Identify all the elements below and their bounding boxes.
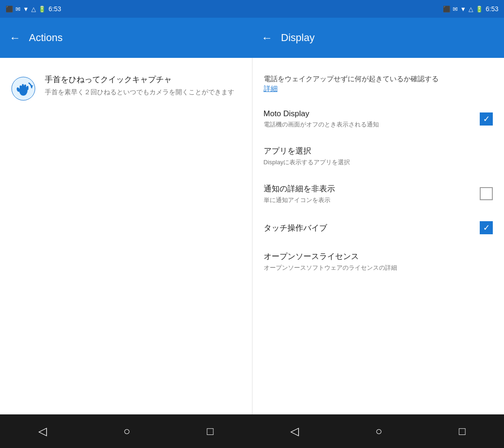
right-top-section: 電話をウェイクアップせずに何が起きているか確認する <box>252 58 504 84</box>
setting-item-select-apps[interactable]: アプリを選択 Displayに表示するアプリを選択 <box>252 137 504 175</box>
checkmark-moto-display: ✓ <box>483 115 490 123</box>
setting-desc-hide-details: 単に通知アイコンを表示 <box>264 196 472 204</box>
email-icon-r: ✉ <box>453 6 458 13</box>
checkbox-moto-display[interactable]: ✓ <box>480 112 493 126</box>
nav-recents-right[interactable]: □ <box>459 425 466 438</box>
setting-title-hide-details: 通知の詳細を非表示 <box>264 183 472 194</box>
back-button-left[interactable]: ← <box>9 31 21 44</box>
nav-bar-right: ◁ ○ □ <box>252 425 504 438</box>
setting-item-touch-vibration[interactable]: タッチ操作バイブ ✓ <box>252 213 504 243</box>
email-icon: ✉ <box>15 6 21 13</box>
time-left: 6:53 <box>49 5 61 13</box>
setting-item-open-source[interactable]: オープンソースライセンス オープンソースソフトウェアのライセンスの詳細 <box>252 243 504 280</box>
action-item-wrist[interactable]: 手首をひねってクイックキャプチャ 手首を素早く２回ひねるといつでもカメラを開くこ… <box>9 67 243 110</box>
nav-bar-left: ◁ ○ □ <box>0 425 252 438</box>
nav-back-left[interactable]: ◁ <box>38 425 47 438</box>
setting-text-open-source: オープンソースライセンス オープンソースソフトウェアのライセンスの詳細 <box>264 251 493 272</box>
setting-text-select-apps: アプリを選択 Displayに表示するアプリを選択 <box>264 146 493 167</box>
setting-text-moto-display: Moto Display 電話機の画面がオフのとき表示される通知 <box>264 109 480 129</box>
svg-rect-5 <box>27 86 28 90</box>
setting-desc-open-source: オープンソースソフトウェアのライセンスの詳細 <box>264 264 485 272</box>
action-text-wrist: 手首をひねってクイックキャプチャ 手首を素早く２回ひねるといつでもカメラを開くこ… <box>45 75 234 97</box>
gallery-icon: ⬛ <box>6 6 13 13</box>
nav-back-right[interactable]: ◁ <box>290 425 299 438</box>
wifi-icon: ▼ <box>23 6 29 13</box>
time-right-icons-placeholder: ⬛ ✉ ▼ △ 🔋 <box>443 6 483 13</box>
nav-home-right[interactable]: ○ <box>375 425 382 438</box>
content-area: 手首をひねってクイックキャプチャ 手首を素早く２回ひねるといつでもカメラを開くこ… <box>0 58 504 414</box>
setting-title-touch-vibration: タッチ操作バイブ <box>264 223 472 233</box>
signal-icon: △ <box>31 6 36 13</box>
setting-desc-select-apps: Displayに表示するアプリを選択 <box>264 158 485 167</box>
app-bar-left: ← Actions <box>0 31 252 44</box>
svg-rect-3 <box>22 84 24 90</box>
wifi-icon-r: ▼ <box>460 6 466 13</box>
setting-item-moto-display[interactable]: Moto Display 電話機の画面がオフのとき表示される通知 ✓ <box>252 101 504 137</box>
app-bar: ← Actions ← Display <box>0 18 504 58</box>
action-desc-wrist: 手首を素早く２回ひねるといつでもカメラを開くことができます <box>45 88 234 97</box>
app-title-left: Actions <box>29 32 63 44</box>
setting-text-hide-details: 通知の詳細を非表示 単に通知アイコンを表示 <box>264 183 480 204</box>
nav-recents-left[interactable]: □ <box>207 425 214 438</box>
action-title-wrist: 手首をひねってクイックキャプチャ <box>45 75 234 85</box>
display-top-desc: 電話をウェイクアップせずに何が起きているか確認する <box>264 67 493 84</box>
setting-desc-moto-display: 電話機の画面がオフのとき表示される通知 <box>264 120 472 129</box>
gallery-icon-r: ⬛ <box>443 6 450 13</box>
status-bar-left: ⬛ ✉ ▼ △ 🔋 6:53 <box>6 5 252 13</box>
setting-title-open-source: オープンソースライセンス <box>264 251 485 262</box>
setting-text-touch-vibration: タッチ操作バイブ <box>264 223 480 233</box>
nav-bar: ◁ ○ □ ◁ ○ □ <box>0 414 504 448</box>
status-bar: ⬛ ✉ ▼ △ 🔋 6:53 ⬛ ✉ ▼ △ 🔋 6:53 <box>0 0 504 18</box>
app-bar-right: ← Display <box>252 31 504 44</box>
nav-home-left[interactable]: ○ <box>123 425 130 438</box>
checkbox-hide-details[interactable] <box>480 187 493 200</box>
checkbox-touch-vibration[interactable]: ✓ <box>480 221 493 234</box>
setting-title-moto-display: Moto Display <box>264 109 472 119</box>
app-title-right: Display <box>281 32 315 44</box>
setting-item-hide-details[interactable]: 通知の詳細を非表示 単に通知アイコンを表示 <box>252 175 504 213</box>
left-panel: 手首をひねってクイックキャプチャ 手首を素早く２回ひねるといつでもカメラを開くこ… <box>0 58 252 414</box>
details-link[interactable]: 詳細 <box>252 84 504 101</box>
svg-rect-2 <box>20 85 21 90</box>
status-bar-right: ⬛ ✉ ▼ △ 🔋 6:53 <box>252 5 498 13</box>
setting-title-select-apps: アプリを選択 <box>264 146 485 156</box>
back-button-right[interactable]: ← <box>261 31 273 44</box>
battery-icon: 🔋 <box>38 6 46 13</box>
status-icons-left: ⬛ ✉ ▼ △ 🔋 <box>6 6 46 13</box>
time-right: 6:53 <box>486 5 498 13</box>
right-panel: 電話をウェイクアップせずに何が起きているか確認する 詳細 Moto Displa… <box>252 58 504 414</box>
svg-rect-4 <box>24 84 26 90</box>
signal-icon-r: △ <box>469 6 473 13</box>
wrist-icon <box>9 75 37 103</box>
battery-icon-r: 🔋 <box>476 6 483 13</box>
checkmark-touch-vibration: ✓ <box>483 224 490 232</box>
